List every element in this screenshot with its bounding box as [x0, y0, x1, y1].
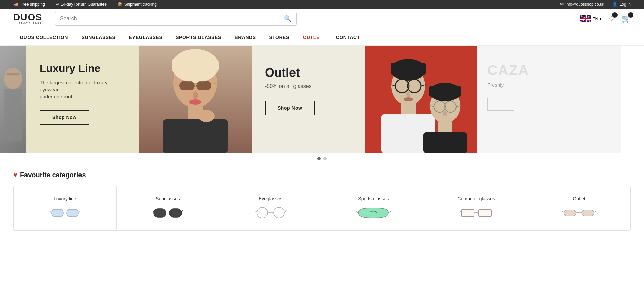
nav-item-contact[interactable]: CONTACT: [329, 29, 367, 45]
category-luxury-line[interactable]: Luxury line: [14, 186, 117, 230]
svg-rect-64: [461, 209, 474, 217]
svg-line-72: [562, 211, 564, 212]
luxury-line-label: Luxury line: [54, 196, 76, 201]
svg-line-60: [255, 211, 257, 212]
top-bar-left: 🚚 Free shipping ↩ 14-day Return Guarante…: [13, 2, 157, 7]
top-bar: 🚚 Free shipping ↩ 14-day Return Guarante…: [0, 0, 644, 9]
search-bar[interactable]: 🔍: [55, 12, 297, 26]
luxury-glasses-icon: [50, 206, 80, 219]
svg-point-57: [257, 207, 268, 218]
svg-point-21: [198, 110, 215, 122]
cart-badge: 0: [628, 12, 633, 18]
favourite-categories-section: ♥ Favourite categories Luxury line Sungl…: [0, 164, 644, 231]
carousel-dot-1[interactable]: [317, 157, 321, 160]
nav-item-outlet[interactable]: OUTLET: [296, 29, 329, 45]
section-title: ♥ Favourite categories: [13, 171, 631, 179]
hero-outlet-panel: Outlet -50% on all glasses Shop Now: [252, 46, 477, 153]
svg-line-50: [50, 211, 52, 212]
eyeglasses-label: Eyeglasses: [259, 196, 283, 201]
outlet-title: Outlet: [265, 66, 351, 80]
cart-button[interactable]: 🛒 0: [622, 14, 631, 23]
outlet-category-label: Outlet: [573, 196, 585, 201]
category-sports-glasses[interactable]: Sports glasses: [322, 186, 425, 230]
nav-item-sports-glasses[interactable]: SPORTS GLASSES: [169, 29, 228, 45]
email-label: info@duosshop.co.uk: [566, 2, 604, 7]
search-input[interactable]: [60, 16, 281, 22]
svg-line-55: [153, 210, 154, 212]
email-icon: ✉: [560, 2, 564, 7]
outlet-glasses-icon: [562, 206, 596, 219]
login-item[interactable]: 👤 Log In: [612, 2, 631, 7]
top-bar-right: ✉ info@duosshop.co.uk 👤 Log In: [560, 2, 631, 7]
svg-line-62: [356, 211, 358, 213]
sports-glasses-icon: [355, 205, 392, 220]
categories-row: Luxury line Sunglasses: [13, 186, 631, 231]
caza-title: CAZA: [487, 62, 611, 79]
search-icon[interactable]: 🔍: [284, 15, 291, 22]
nav-item-stores[interactable]: STORES: [262, 29, 296, 45]
hero-luxury-panel: Luxury Line The largest collection of lu…: [26, 46, 252, 153]
svg-line-51: [78, 211, 80, 212]
svg-rect-48: [67, 209, 78, 217]
couple-illustration: [365, 46, 477, 153]
carousel-dot-2[interactable]: [323, 157, 327, 160]
category-eyeglasses[interactable]: Eyeglasses: [219, 186, 322, 230]
carousel-dots: [0, 153, 644, 164]
svg-rect-13: [196, 81, 211, 90]
truck-icon: 🚚: [13, 2, 18, 7]
svg-rect-70: [582, 210, 594, 216]
svg-point-44: [443, 111, 447, 116]
logo[interactable]: DUOS SINCE 1999: [13, 13, 47, 25]
luxury-shop-now-button[interactable]: Shop Now: [40, 110, 89, 125]
svg-point-58: [274, 207, 284, 218]
caza-subtitle: Freshly: [487, 82, 611, 88]
svg-point-32: [406, 91, 410, 97]
nav-item-brands[interactable]: BRANDS: [228, 29, 263, 45]
category-outlet[interactable]: Outlet: [528, 186, 631, 230]
eyeglasses-image: [254, 205, 287, 220]
svg-rect-20: [163, 119, 228, 153]
outlet-shop-now-button[interactable]: Shop Now: [265, 101, 315, 115]
svg-rect-53: [169, 209, 182, 217]
svg-rect-47: [52, 209, 63, 217]
svg-rect-25: [391, 63, 426, 75]
svg-point-33: [404, 97, 413, 101]
hero-sliver-left: [0, 46, 26, 153]
user-icon: 👤: [612, 2, 618, 7]
svg-line-56: [182, 210, 183, 212]
chevron-down-icon: ▾: [600, 17, 601, 21]
sunglasses-icon: [153, 206, 183, 219]
sunglasses-label: Sunglasses: [156, 196, 180, 201]
svg-rect-14: [194, 83, 197, 85]
outlet-discount: -50% on all glasses: [265, 83, 351, 89]
svg-rect-46: [423, 132, 467, 153]
sunglasses-image: [153, 205, 183, 220]
category-sunglasses[interactable]: Sunglasses: [117, 186, 220, 230]
luxury-title: Luxury Line: [40, 62, 126, 75]
svg-point-5: [4, 68, 22, 89]
category-computer-glasses[interactable]: Computer glasses: [425, 186, 528, 230]
nav-item-duos-collection[interactable]: DUOS COLLECTION: [13, 29, 75, 45]
free-shipping-label: Free shipping: [20, 2, 45, 7]
caza-placeholder-btn: [487, 98, 514, 111]
main-nav: DUOS COLLECTION SUNGLASSES EYEGLASSES SP…: [0, 29, 644, 46]
eyeglasses-icon: [254, 206, 287, 219]
luxury-description: The largest collection of luxury eyewear…: [40, 79, 126, 100]
language-code: EN: [592, 16, 598, 21]
hero-caza-panel: CAZA Freshly: [477, 46, 621, 153]
computer-glasses-image: [460, 205, 493, 220]
return-guarantee-item: ↩ 14-day Return Guarantee: [56, 2, 107, 7]
hero-luxury-text: Luxury Line The largest collection of lu…: [26, 46, 139, 153]
language-selector[interactable]: EN ▾: [580, 15, 601, 22]
svg-point-17: [193, 91, 198, 99]
nav-item-eyeglasses[interactable]: EYEGLASSES: [122, 29, 169, 45]
svg-line-61: [284, 211, 287, 212]
nav-item-sunglasses[interactable]: SUNGLASSES: [75, 29, 122, 45]
logo-subtitle: SINCE 1999: [13, 22, 47, 25]
wishlist-button[interactable]: ♡ 0: [608, 14, 615, 23]
svg-rect-65: [479, 209, 491, 217]
email-item[interactable]: ✉ info@duosshop.co.uk: [560, 2, 604, 7]
svg-line-63: [388, 211, 391, 213]
svg-rect-11: [172, 59, 219, 72]
computer-glasses-label: Computer glasses: [457, 196, 495, 201]
